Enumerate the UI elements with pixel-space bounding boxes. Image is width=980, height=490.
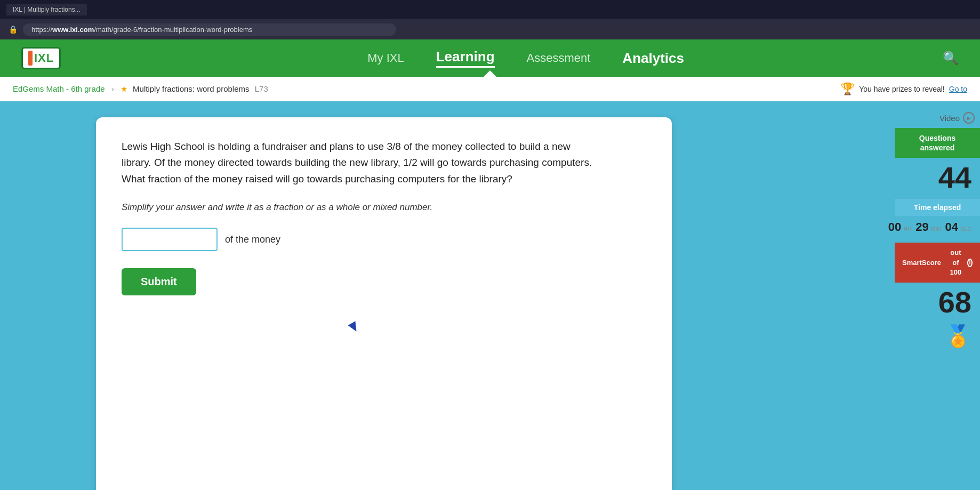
cursor [348, 321, 360, 334]
info-icon[interactable]: i [967, 259, 973, 267]
time-hours-group: 00 hr [888, 220, 911, 234]
time-seconds: 04 [945, 220, 958, 234]
smart-score-label: SmartScore [902, 258, 941, 268]
prize-link[interactable]: Go to [949, 85, 967, 93]
address-prefix: https:// [31, 26, 52, 34]
questions-answered-value: 44 [938, 160, 980, 195]
simplify-instruction: Simplify your answer and write it as a f… [122, 202, 646, 213]
breadcrumb-bar: EdGems Math - 6th grade › ★ Multiply fra… [0, 77, 980, 101]
nav-link-my-ixl[interactable]: My IXL [367, 51, 404, 65]
time-seconds-label: sec [960, 226, 971, 232]
answer-row: of the money [122, 228, 646, 251]
video-label: Video [939, 114, 960, 123]
smart-score-sub: out of 100 [947, 248, 964, 277]
time-minutes-label: min [931, 226, 941, 232]
video-play-icon: ▶ [963, 112, 975, 124]
breadcrumb: EdGems Math - 6th grade › ★ Multiply fra… [13, 84, 268, 94]
breadcrumb-current: Multiply fractions: word problems [133, 84, 249, 93]
time-minutes-group: 29 min [915, 220, 941, 234]
nav-link-analytics[interactable]: Analytics [622, 50, 684, 67]
browser-chrome: IXL | Multiply fractions... [0, 0, 980, 19]
ixl-logo[interactable]: IXL [21, 47, 61, 69]
time-elapsed-box: Time elapsed [895, 199, 980, 216]
nav-link-learning[interactable]: Learning [436, 49, 495, 68]
address-domain: www.ixl.com [52, 26, 94, 34]
time-hours-label: hr [904, 226, 911, 232]
breadcrumb-separator: › [111, 84, 114, 93]
ixl-logo-text: IXL [34, 51, 54, 65]
smart-score-box: SmartScore out of 100 i [895, 243, 980, 283]
main-content: Lewis High School is holding a fundraise… [0, 101, 980, 490]
time-display: 00 hr 29 min 04 sec [888, 220, 980, 234]
prize-text: You have prizes to reveal! [859, 85, 945, 93]
question-card: Lewis High School is holding a fundraise… [96, 117, 672, 490]
browser-tab[interactable]: IXL | Multiply fractions... [6, 4, 87, 15]
ixl-nav: IXL My IXL Learning Assessment Analytics… [0, 39, 980, 77]
ixl-logo-bar [28, 51, 33, 66]
answer-input[interactable] [122, 228, 218, 251]
answer-suffix: of the money [225, 234, 280, 245]
time-elapsed-label: Time elapsed [914, 203, 961, 212]
address-bar[interactable]: https://www.ixl.com/math/grade-6/fractio… [23, 23, 396, 36]
trophy-icon: 🏆 [840, 82, 855, 96]
question-text: Lewis High School is holding a fundraise… [122, 139, 601, 187]
questions-answered-box: Questions answered [895, 128, 980, 158]
smart-score-value: 68 [938, 285, 980, 319]
breadcrumb-star: ★ [121, 84, 127, 93]
nav-indicator [484, 70, 496, 77]
lock-icon: 🔒 [9, 25, 18, 34]
submit-button[interactable]: Submit [122, 268, 196, 295]
video-button[interactable]: Video ▶ [939, 112, 975, 124]
breadcrumb-level: L73 [255, 84, 268, 93]
questions-answered-label: Questions answered [919, 134, 955, 152]
address-path: /math/grade-6/fraction-multiplication-wo… [94, 26, 252, 34]
prize-banner: 🏆 You have prizes to reveal! Go to [840, 82, 967, 96]
address-bar-row: 🔒 https://www.ixl.com/math/grade-6/fract… [0, 19, 980, 39]
search-icon[interactable]: 🔍 [943, 51, 959, 66]
right-panel: Video ▶ Questions answered 44 Time elaps… [884, 101, 980, 349]
medal-icon: 🏅 [945, 324, 980, 349]
nav-links: My IXL Learning Assessment Analytics [93, 49, 959, 68]
time-hours: 00 [888, 220, 901, 234]
time-minutes: 29 [915, 220, 928, 234]
breadcrumb-parent[interactable]: EdGems Math - 6th grade [13, 84, 105, 93]
nav-link-assessment[interactable]: Assessment [527, 51, 591, 65]
time-seconds-group: 04 sec [945, 220, 972, 234]
